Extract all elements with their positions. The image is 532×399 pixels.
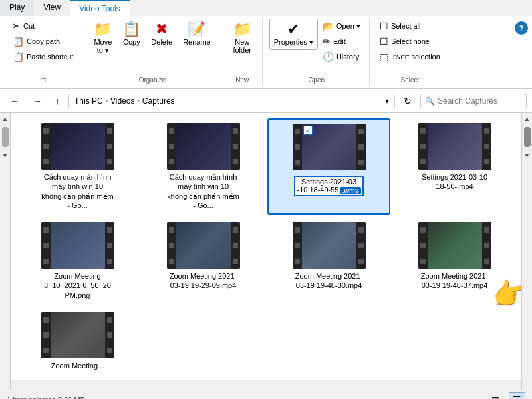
properties-icon: ✔ [287, 22, 299, 37]
properties-button[interactable]: ✔ Properties ▾ [269, 19, 318, 50]
film-strip-left [41, 222, 51, 269]
move-to-button[interactable]: 📁 Moveto ▾ [89, 19, 116, 58]
select-all-button[interactable]: ☐ Select all [376, 19, 444, 33]
list-item[interactable]: Settings 2021-03-10 18-50-.mp4 [393, 118, 516, 215]
search-input[interactable] [438, 96, 517, 106]
new-folder-icon: 📁 [233, 22, 251, 37]
select-label: Select [371, 76, 449, 84]
clipboard-label: rd [4, 76, 82, 84]
list-item[interactable]: Cách quay màn hình máy tính win 10 không… [142, 118, 265, 215]
film-strip-left [167, 222, 176, 269]
thumb-image [51, 312, 105, 358]
up-button[interactable]: ↑ [51, 93, 65, 109]
file-thumbnail: ✓ [293, 124, 366, 170]
scroll-down-right[interactable]: ▼ [522, 150, 532, 161]
scroll-thumb[interactable] [2, 127, 9, 147]
cut-button[interactable]: ✂ Cut [9, 19, 76, 33]
breadcrumb[interactable]: This PC › Videos › Captures ▾ [68, 94, 395, 108]
film-strip-left [418, 123, 428, 170]
open-items: ✔ Properties ▾ 📂 Open ▾ ✏ Edit 🕐 History [269, 19, 364, 85]
history-icon: 🕐 [323, 51, 334, 62]
film-strip-left [293, 124, 302, 170]
file-name-label: Cách quay màn hình máy tính win 10 không… [167, 172, 240, 210]
refresh-button[interactable]: ↻ [399, 93, 416, 109]
ribbon-group-select: ☐ Select all ☐ Select none ⬚ Invert sele… [371, 19, 449, 85]
forward-button[interactable]: → [28, 93, 47, 109]
scroll-thumb-right[interactable] [524, 127, 531, 147]
invert-selection-button[interactable]: ⬚ Invert selection [376, 49, 444, 64]
select-items: ☐ Select all ☐ Select none ⬚ Invert sele… [376, 19, 444, 85]
ribbon-group-organize: 📁 Moveto ▾ 📋 Copy ✖ Delete 📝 Rename Orga… [84, 19, 221, 85]
scroll-up-arrow[interactable]: ▲ [0, 113, 10, 124]
new-folder-button[interactable]: 📁 Newfolder [228, 19, 256, 57]
scroll-up-right[interactable]: ▲ [522, 113, 532, 124]
list-item[interactable]: Zoom Meeting 2021-03-19 19-48-30.mp4 [267, 217, 390, 305]
thumb-image [51, 123, 105, 170]
file-name-label: Zoom Meeting 2021-03-19 19-48-30.mp4 [293, 271, 366, 291]
statusbar: 1 item selected 9.66 MB ⊞ ☰ [0, 390, 532, 399]
open-label: Open [264, 76, 369, 84]
scroll-down-arrow[interactable]: ▼ [0, 150, 10, 161]
ribbon-tab-bar: Play View Video Tools [0, 0, 532, 16]
file-name-label: Zoom Meeting 3_10_2021 6_50_20 PM.png [41, 271, 114, 300]
organize-items: 📁 Moveto ▾ 📋 Copy ✖ Delete 📝 Rename [89, 19, 215, 85]
open-icon: 📂 [323, 21, 334, 31]
select-col: ☐ Select all ☐ Select none ⬚ Invert sele… [376, 19, 444, 74]
hand-cursor-icon: 👉 [489, 273, 521, 314]
film-strip-right [105, 123, 114, 170]
ribbon-group-open: ✔ Properties ▾ 📂 Open ▾ ✏ Edit 🕐 History [264, 19, 370, 85]
clipboard-items: ✂ Cut 📋 Copy path 📋 Paste shortcut [9, 19, 76, 85]
statusbar-info: 1 item selected 9.66 MB [7, 396, 85, 400]
paste-shortcut-button[interactable]: 📋 Paste shortcut [9, 49, 76, 64]
list-item[interactable]: Zoom Meeting... [16, 307, 139, 375]
paste-shortcut-icon: 📋 [13, 51, 24, 62]
open-button[interactable]: 📂 Open ▾ [319, 19, 364, 33]
move-to-icon: 📁 [94, 22, 112, 37]
search-box: 🔍 [420, 94, 527, 108]
film-strip-left [41, 123, 51, 170]
list-item[interactable]: Zoom Meeting 2021-03-19 19-48-37.mp4 👉 [393, 217, 516, 305]
copy-path-button[interactable]: 📋 Copy path [9, 34, 76, 49]
ribbon-group-new: 📁 Newfolder New [223, 19, 263, 85]
file-thumbnail [293, 222, 366, 269]
list-item[interactable]: ✓ Settings 2021-03-10 18-49-55.wmv [267, 118, 390, 215]
file-name-label: Cách quay màn hình máy tính win 10 không… [41, 172, 114, 210]
delete-button[interactable]: ✖ Delete [146, 19, 177, 49]
left-scroll: ▲ ▼ [0, 113, 11, 390]
edit-button[interactable]: ✏ Edit [319, 34, 364, 49]
help-button[interactable]: ? [515, 21, 528, 35]
rename-button[interactable]: 📝 Rename [178, 19, 215, 49]
file-name-label: Zoom Meeting 2021-03-19 19-48-37.mp4 [418, 271, 491, 291]
film-strip-right [105, 222, 114, 269]
film-strip-right [356, 124, 366, 170]
copy-path-icon: 📋 [13, 36, 24, 47]
breadcrumb-videos: Videos [110, 96, 134, 106]
breadcrumb-captures: Captures [142, 96, 175, 106]
invert-icon: ⬚ [380, 51, 388, 62]
file-thumbnail [167, 222, 240, 269]
thumb-image [302, 222, 356, 269]
list-item[interactable]: Cách quay màn hình máy tính win 10 không… [16, 118, 139, 215]
view-details-button[interactable]: ☰ [509, 392, 525, 400]
select-none-button[interactable]: ☐ Select none [376, 34, 444, 49]
breadcrumb-dropdown-icon[interactable]: ▾ [385, 96, 389, 106]
view-large-icons-button[interactable]: ⊞ [487, 392, 503, 400]
history-button[interactable]: 🕐 History [319, 49, 364, 64]
film-strip-right [105, 312, 114, 358]
organize-label: Organize [84, 76, 220, 84]
tab-view[interactable]: View [34, 0, 70, 16]
copy-to-icon: 📋 [122, 22, 140, 37]
filename-edit-input[interactable]: Settings 2021-03-10 18-49-55.wmv [294, 176, 363, 196]
tab-play[interactable]: Play [0, 0, 34, 16]
copy-to-button[interactable]: 📋 Copy [118, 19, 145, 49]
file-name-label: Zoom Meeting... [51, 361, 104, 370]
back-button[interactable]: ← [5, 93, 24, 109]
list-item[interactable]: Zoom Meeting 2021-03-19 19-29-09.mp4 [142, 217, 265, 305]
tab-video-tools[interactable]: Video Tools [70, 0, 130, 16]
list-item[interactable]: Zoom Meeting 3_10_2021 6_50_20 PM.png [16, 217, 139, 305]
thumb-image [428, 222, 482, 269]
film-strip-left [293, 222, 302, 269]
right-scroll: ▲ ▼ [521, 113, 532, 390]
clipboard-col: ✂ Cut 📋 Copy path 📋 Paste shortcut [9, 19, 76, 74]
ribbon: Play View Video Tools ✂ Cut 📋 Copy path [0, 0, 532, 89]
